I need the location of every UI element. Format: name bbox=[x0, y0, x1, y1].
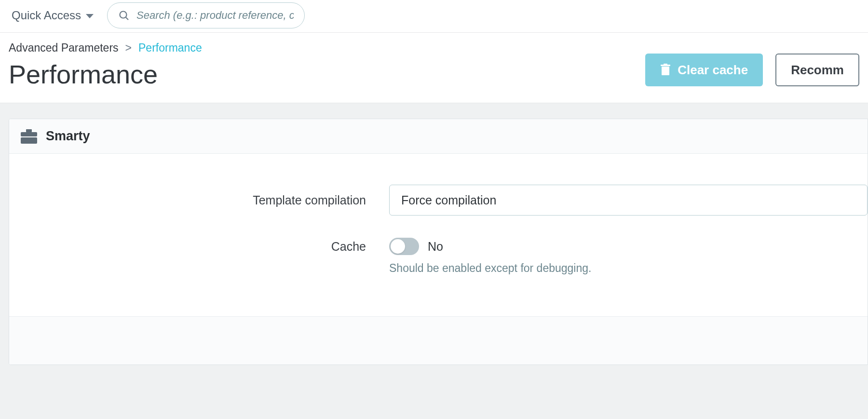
clear-cache-label: Clear cache bbox=[678, 63, 748, 78]
template-compilation-value: Force compilation bbox=[401, 193, 496, 207]
svg-rect-6 bbox=[21, 132, 37, 136]
toggle-knob bbox=[391, 239, 405, 254]
quick-access-dropdown[interactable]: Quick Access bbox=[12, 9, 94, 22]
caret-down-icon bbox=[86, 14, 94, 18]
breadcrumb-separator: > bbox=[125, 41, 132, 54]
recommended-button[interactable]: Recomm bbox=[775, 54, 859, 86]
cache-help-text: Should be enabled except for debugging. bbox=[389, 262, 868, 275]
smarty-panel-footer bbox=[9, 316, 868, 365]
template-compilation-row: Template compilation Force compilation bbox=[9, 177, 868, 223]
smarty-panel-title: Smarty bbox=[46, 129, 90, 144]
clear-cache-button[interactable]: Clear cache bbox=[645, 54, 763, 86]
briefcase-icon bbox=[21, 129, 37, 144]
breadcrumb: Advanced Parameters > Performance bbox=[9, 41, 202, 54]
svg-rect-4 bbox=[664, 64, 667, 65]
cache-toggle-row: No bbox=[389, 238, 868, 255]
template-compilation-select[interactable]: Force compilation bbox=[389, 185, 868, 216]
svg-point-0 bbox=[120, 11, 127, 18]
content-area: Smarty Template compilation Force compil… bbox=[0, 103, 868, 419]
topbar: Quick Access bbox=[0, 0, 868, 33]
cache-toggle-label: No bbox=[428, 240, 443, 254]
template-compilation-label: Template compilation bbox=[9, 193, 366, 207]
cache-label: Cache bbox=[9, 238, 366, 254]
svg-line-1 bbox=[126, 17, 128, 20]
page-title: Performance bbox=[9, 59, 202, 89]
recommended-label: Recomm bbox=[791, 63, 844, 78]
header-left: Advanced Parameters > Performance Perfor… bbox=[9, 41, 202, 89]
svg-rect-2 bbox=[662, 67, 669, 75]
svg-rect-5 bbox=[26, 129, 32, 132]
breadcrumb-parent[interactable]: Advanced Parameters bbox=[9, 41, 119, 54]
search-icon bbox=[118, 10, 130, 21]
smarty-panel-body: Template compilation Force compilation C… bbox=[9, 154, 868, 316]
smarty-panel: Smarty Template compilation Force compil… bbox=[9, 119, 868, 365]
cache-toggle[interactable] bbox=[389, 238, 419, 255]
svg-rect-7 bbox=[21, 137, 37, 144]
cache-row: Cache No Should be enabled except for de… bbox=[9, 223, 868, 283]
header-actions: Clear cache Recomm bbox=[645, 54, 859, 89]
quick-access-label: Quick Access bbox=[12, 9, 81, 22]
search-wrap[interactable] bbox=[107, 2, 305, 28]
page-header: Advanced Parameters > Performance Perfor… bbox=[0, 33, 868, 103]
breadcrumb-current[interactable]: Performance bbox=[138, 41, 202, 54]
trash-icon bbox=[660, 64, 671, 76]
smarty-panel-header: Smarty bbox=[9, 119, 868, 154]
search-input[interactable] bbox=[136, 9, 294, 22]
